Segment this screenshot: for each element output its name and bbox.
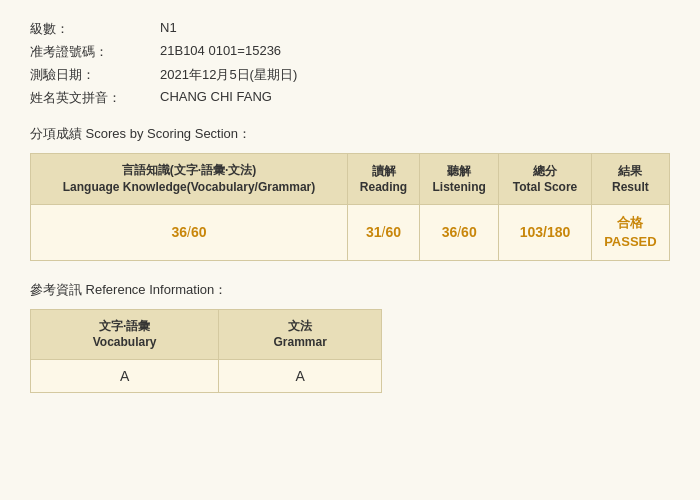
- name-row: 姓名英文拼音： CHANG CHI FANG: [30, 89, 670, 107]
- date-row: 測驗日期： 2021年12月5日(星期日): [30, 66, 670, 84]
- scores-data-row: 36/60 31/60 36/60: [31, 204, 670, 260]
- date-value: 2021年12月5日(星期日): [160, 66, 297, 84]
- reference-section: 參考資訊 Reference Information： 文字·語彙 Vocabu…: [30, 281, 670, 394]
- ref-header-row: 文字·語彙 Vocabulary 文法 Grammar: [31, 309, 382, 360]
- scores-section: 分項成績 Scores by Scoring Section： 言語知識(文字·…: [30, 125, 670, 261]
- total-score-cell: 103/180: [499, 204, 592, 260]
- date-label: 測驗日期：: [30, 66, 160, 84]
- name-value: CHANG CHI FANG: [160, 89, 272, 107]
- reference-title: 參考資訊 Reference Information：: [30, 281, 670, 299]
- reference-table: 文字·語彙 Vocabulary 文法 Grammar A A: [30, 309, 382, 394]
- exam-id-row: 准考證號碼： 21B104 0101=15236: [30, 43, 670, 61]
- exam-id-value: 21B104 0101=15236: [160, 43, 281, 61]
- reading-score-cell: 31/60: [348, 204, 420, 260]
- lang-knowledge-header: 言語知識(文字·語彙·文法) Language Knowledge(Vocabu…: [31, 154, 348, 205]
- listening-header: 聽解 Listening: [420, 154, 499, 205]
- vocab-val-cell: A: [31, 360, 219, 393]
- lang-score-cell: 36/60: [31, 204, 348, 260]
- level-row: 級數： N1: [30, 20, 670, 38]
- exam-id-label: 准考證號碼：: [30, 43, 160, 61]
- level-label: 級數：: [30, 20, 160, 38]
- name-label: 姓名英文拼音：: [30, 89, 160, 107]
- scores-table: 言語知識(文字·語彙·文法) Language Knowledge(Vocabu…: [30, 153, 670, 261]
- scores-header-row: 言語知識(文字·語彙·文法) Language Knowledge(Vocabu…: [31, 154, 670, 205]
- result-cell: 合格 PASSED: [591, 204, 669, 260]
- listening-score-cell: 36/60: [420, 204, 499, 260]
- main-container: 級數： N1 准考證號碼： 21B104 0101=15236 測驗日期： 20…: [0, 0, 700, 413]
- ref-data-row: A A: [31, 360, 382, 393]
- grammar-val-cell: A: [219, 360, 382, 393]
- total-header: 總分 Total Score: [499, 154, 592, 205]
- level-value: N1: [160, 20, 177, 38]
- scores-title: 分項成績 Scores by Scoring Section：: [30, 125, 670, 143]
- result-header: 結果 Result: [591, 154, 669, 205]
- info-section: 級數： N1 准考證號碼： 21B104 0101=15236 測驗日期： 20…: [30, 20, 670, 107]
- grammar-header: 文法 Grammar: [219, 309, 382, 360]
- reading-header: 讀解 Reading: [348, 154, 420, 205]
- vocab-header: 文字·語彙 Vocabulary: [31, 309, 219, 360]
